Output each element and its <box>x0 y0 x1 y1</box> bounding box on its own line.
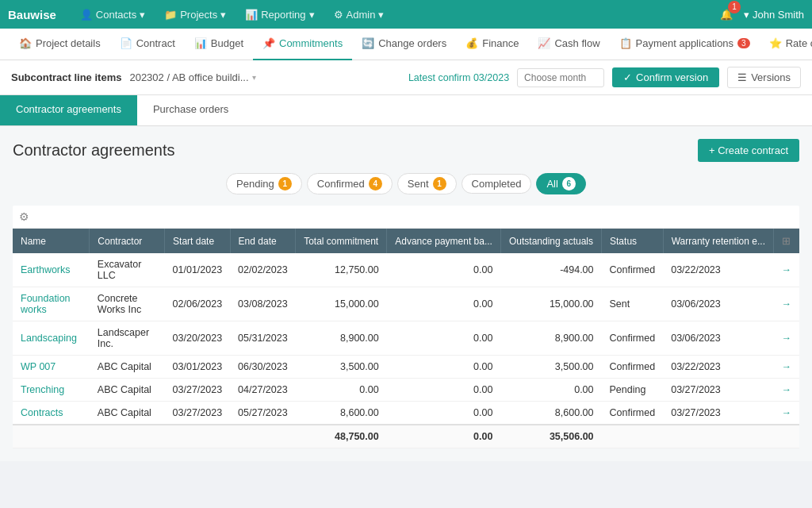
row-warranty: 03/22/2023 <box>663 356 773 379</box>
contracts-table-container: ⚙ Name Contractor Start date End date To… <box>13 206 799 448</box>
col-advance-payment: Advance payment ba... <box>387 229 501 253</box>
row-total-commitment: 3,500.00 <box>296 356 387 379</box>
tab-rate-contractors[interactable]: ⭐ Rate contractors <box>760 29 812 60</box>
row-total-commitment: 12,750.00 <box>296 253 387 287</box>
total-empty3 <box>230 425 296 448</box>
tab-change-orders[interactable]: 🔄 Change orders <box>352 29 456 60</box>
payment-icon: 📋 <box>619 37 632 49</box>
tab-cash-flow[interactable]: 📈 Cash flow <box>528 29 609 60</box>
row-warranty: 03/27/2023 <box>663 379 773 402</box>
tab-finance[interactable]: 💰 Finance <box>456 29 528 60</box>
row-total-commitment: 0.00 <box>296 379 387 402</box>
subcontract-bar: Subcontract line items 202302 / AB offic… <box>0 60 812 95</box>
tab-contract[interactable]: 📄 Contract <box>110 29 185 60</box>
row-contractor: Excavator LLC <box>90 253 165 287</box>
row-outstanding-actuals: 8,900.00 <box>500 321 601 356</box>
row-total-commitment: 15,000.00 <box>296 287 387 321</box>
row-arrow[interactable]: → <box>774 321 800 356</box>
col-outstanding-actuals: Outstanding actuals <box>500 229 601 253</box>
month-picker[interactable] <box>517 68 604 87</box>
row-name[interactable]: Trenching <box>13 379 90 402</box>
row-advance-payment: 0.00 <box>387 356 501 379</box>
row-name[interactable]: Contracts <box>13 402 90 425</box>
row-end-date: 06/30/2023 <box>230 356 296 379</box>
tab-payment-applications[interactable]: 📋 Payment applications 3 <box>610 29 760 60</box>
row-outstanding-actuals: 8,600.00 <box>500 402 601 425</box>
sent-badge: 1 <box>433 177 446 190</box>
filter-sent[interactable]: Sent 1 <box>397 173 457 194</box>
row-arrow[interactable]: → <box>774 379 800 402</box>
total-empty4 <box>602 425 664 448</box>
total-outstanding: 35,506.00 <box>500 425 601 448</box>
check-icon: ✓ <box>623 71 632 83</box>
row-start-date: 01/01/2023 <box>165 253 231 287</box>
project-selector[interactable]: 202302 / AB office buildi... ▾ <box>129 71 255 83</box>
row-advance-payment: 0.00 <box>387 379 501 402</box>
nav-contacts[interactable]: 👤 Contacts ▾ <box>72 6 153 24</box>
row-contractor: Landscaper Inc. <box>90 321 165 356</box>
versions-button[interactable]: ☰ Versions <box>727 67 801 88</box>
row-start-date: 03/27/2023 <box>165 402 231 425</box>
nav-projects[interactable]: 📁 Projects ▾ <box>156 6 234 24</box>
col-end-date: End date <box>230 229 296 253</box>
row-arrow[interactable]: → <box>774 356 800 379</box>
gear-row: ⚙ <box>13 206 799 229</box>
filter-all[interactable]: All 6 <box>536 173 585 194</box>
finance-icon: 💰 <box>465 37 478 49</box>
export-icon[interactable]: ⊞ <box>782 235 791 247</box>
latest-confirm-text: Latest confirm 03/2023 <box>408 72 509 83</box>
row-outstanding-actuals: 15,000.00 <box>500 287 601 321</box>
row-name[interactable]: Foundation works <box>13 287 90 321</box>
row-warranty: 03/06/2023 <box>663 287 773 321</box>
row-arrow[interactable]: → <box>774 287 800 321</box>
contracts-table: Name Contractor Start date End date Tota… <box>13 229 799 448</box>
table-row: Landscaping Landscaper Inc. 03/20/2023 0… <box>13 321 799 356</box>
row-total-commitment: 8,900.00 <box>296 321 387 356</box>
table-row: Foundation works Concrete Works Inc 02/0… <box>13 287 799 321</box>
filter-completed[interactable]: Completed <box>462 174 532 194</box>
create-contract-button[interactable]: + Create contract <box>698 139 799 162</box>
user-menu[interactable]: ▾ John Smith <box>744 9 804 21</box>
admin-icon: ⚙ <box>334 9 343 21</box>
bar-right: Latest confirm 03/2023 ✓ Confirm version… <box>408 67 801 88</box>
chevron-down-icon: ▾ <box>252 73 256 82</box>
row-status: Confirmed <box>602 253 664 287</box>
payment-badge: 3 <box>737 38 750 48</box>
tab-commitments[interactable]: 📌 Commitments <box>253 29 352 60</box>
settings-icon[interactable]: ⚙ <box>19 210 29 223</box>
row-outstanding-actuals: -494.00 <box>500 253 601 287</box>
filter-confirmed[interactable]: Confirmed 4 <box>307 173 393 194</box>
tab-purchase-orders[interactable]: Purchase orders <box>137 95 244 125</box>
cash-flow-icon: 📈 <box>538 37 550 49</box>
nav-items: 👤 Contacts ▾ 📁 Projects ▾ 📊 Reporting ▾ … <box>72 6 717 24</box>
col-name: Name <box>13 229 90 253</box>
total-label <box>13 425 90 448</box>
nav-admin[interactable]: ⚙ Admin ▾ <box>326 6 393 24</box>
tab-contractor-agreements[interactable]: Contractor agreements <box>0 95 137 125</box>
row-status: Confirmed <box>602 402 664 425</box>
tab-project-details[interactable]: 🏠 Project details <box>10 29 110 60</box>
nav-reporting[interactable]: 📊 Reporting ▾ <box>237 6 322 24</box>
table-row: WP 007 ABC Capital 03/01/2023 06/30/2023… <box>13 356 799 379</box>
row-name[interactable]: Landscaping <box>13 321 90 356</box>
all-badge: 6 <box>562 177 576 190</box>
row-end-date: 04/27/2023 <box>230 379 296 402</box>
row-status: Confirmed <box>602 321 664 356</box>
row-arrow[interactable]: → <box>774 253 800 287</box>
brand-logo[interactable]: Bauwise <box>8 8 56 21</box>
top-navbar: Bauwise 👤 Contacts ▾ 📁 Projects ▾ 📊 Repo… <box>0 0 812 29</box>
filter-pending[interactable]: Pending 1 <box>226 173 302 194</box>
row-advance-payment: 0.00 <box>387 253 501 287</box>
confirm-version-button[interactable]: ✓ Confirm version <box>612 67 719 87</box>
table-row: Trenching ABC Capital 03/27/2023 04/27/2… <box>13 379 799 402</box>
nav-right: 🔔 1 ▾ John Smith <box>717 6 804 24</box>
row-name[interactable]: WP 007 <box>13 356 90 379</box>
row-contractor: Concrete Works Inc <box>90 287 165 321</box>
row-arrow[interactable]: → <box>774 402 800 425</box>
bell-notification[interactable]: 🔔 1 <box>717 6 736 24</box>
row-name[interactable]: Earthworks <box>13 253 90 287</box>
chevron-down-icon: ▾ <box>140 9 145 21</box>
tab-budget[interactable]: 📊 Budget <box>185 29 253 60</box>
subcontract-label: Subcontract line items <box>11 71 121 83</box>
budget-icon: 📊 <box>194 37 207 49</box>
